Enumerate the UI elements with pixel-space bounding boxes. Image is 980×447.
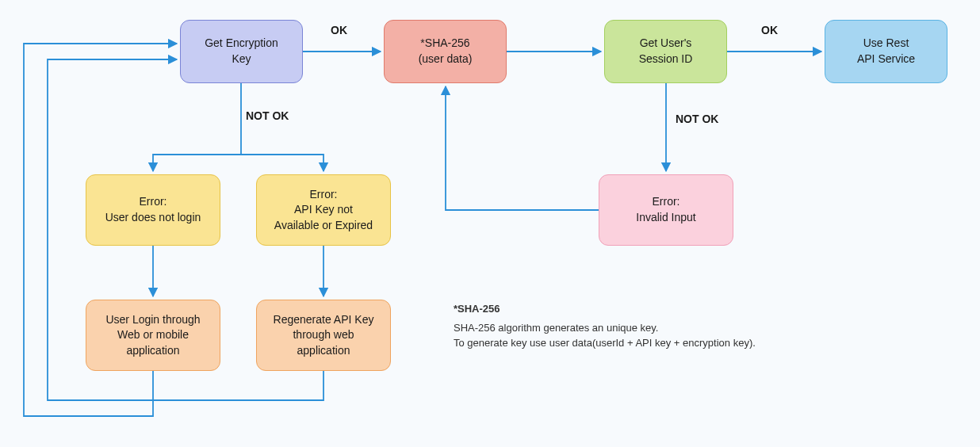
node-text: Available or Expired [274, 219, 373, 231]
node-text: Invalid Input [636, 211, 696, 224]
node-text: application [297, 344, 350, 357]
edge-label-notok-1: NOT OK [246, 109, 289, 122]
node-text: through web [293, 328, 354, 341]
node-text: Get User's [640, 36, 692, 49]
node-text: Get Encryption [205, 36, 278, 49]
node-sha256: *SHA-256 (user data) [384, 20, 507, 83]
node-text: User Login through [105, 313, 200, 326]
node-text: (user data) [419, 52, 473, 65]
node-text: API Service [857, 52, 915, 65]
note-line: To generate key use user data(userId + A… [454, 335, 756, 351]
node-use-rest-api: Use Rest API Service [825, 20, 947, 83]
node-text: Session ID [639, 52, 693, 65]
node-regenerate-api-key: Regenerate API Key through web applicati… [256, 300, 391, 371]
node-text: User does not login [105, 211, 201, 224]
node-error-user-not-login: Error: User does not login [86, 174, 220, 246]
node-text: Error: [139, 195, 167, 208]
node-text: API Key not [294, 203, 353, 216]
node-text: Error: [653, 195, 680, 208]
node-text: Key [232, 52, 251, 65]
edge-label-notok-2: NOT OK [676, 113, 718, 125]
node-text: Regenerate API Key [274, 313, 374, 326]
node-text: Web or mobile [117, 328, 189, 341]
note-line: SHA-256 algorithm generates an unique ke… [454, 320, 756, 336]
node-error-invalid-input: Error: Invalid Input [599, 174, 733, 246]
note-title: *SHA-256 [454, 301, 756, 317]
node-text: Use Rest [863, 36, 909, 49]
edge-label-ok-1: OK [331, 24, 347, 36]
sha256-note: *SHA-256 SHA-256 algorithm generates an … [454, 301, 756, 351]
edge-label-ok-2: OK [761, 24, 778, 36]
node-user-login-action: User Login through Web or mobile applica… [86, 300, 220, 371]
node-text: Error: [309, 188, 337, 201]
node-text: application [127, 344, 180, 357]
node-error-api-key: Error: API Key not Available or Expired [256, 174, 391, 246]
node-get-session-id: Get User's Session ID [604, 20, 727, 83]
node-text: *SHA-256 [420, 36, 469, 49]
node-get-encryption-key: Get Encryption Key [180, 20, 303, 83]
